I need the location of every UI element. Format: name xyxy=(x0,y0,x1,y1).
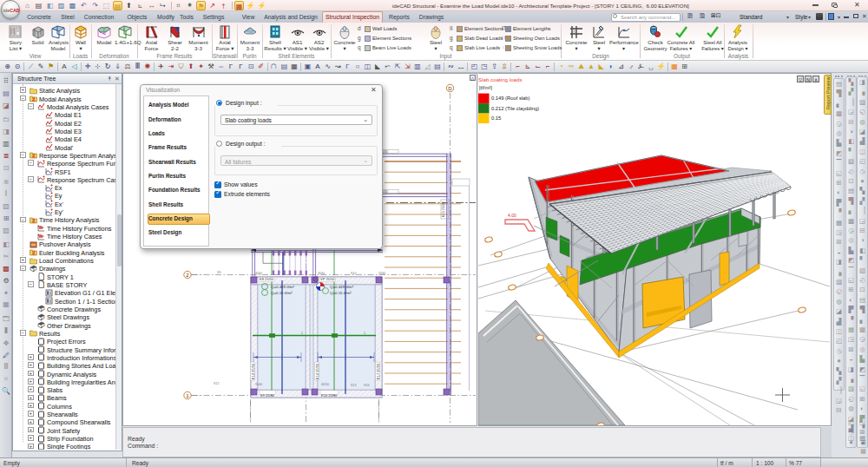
svg-text:Q=0.449 tf/m²: Q=0.449 tf/m² xyxy=(330,285,354,289)
svg-text:0.212 (Tile claydding): 0.212 (Tile claydding) xyxy=(491,106,539,111)
svg-text:Q=0.449 tf/m²: Q=0.449 tf/m² xyxy=(271,285,295,289)
svg-text:[tf/m²]: [tf/m²] xyxy=(479,85,492,90)
svg-text:40/50: 40/50 xyxy=(321,383,329,386)
svg-text:Slab coating loads: Slab coating loads xyxy=(478,76,523,82)
svg-text:S16: S16 xyxy=(364,384,369,387)
svg-text:D: D xyxy=(448,86,452,91)
svg-text:VP 25/50: VP 25/50 xyxy=(320,277,335,281)
svg-text:K14 25/50: K14 25/50 xyxy=(315,363,319,379)
svg-text:K9 25/50: K9 25/50 xyxy=(260,393,275,398)
svg-text:0.15: 0.15 xyxy=(491,115,501,121)
svg-text:K10 25/50: K10 25/50 xyxy=(321,393,338,398)
svg-text:1: 1 xyxy=(301,332,303,335)
svg-text:3040: 3040 xyxy=(318,272,325,275)
svg-text:S9: S9 xyxy=(217,271,220,274)
svg-text:S13: S13 xyxy=(351,384,356,387)
svg-text:0.149 (Roof slab): 0.149 (Roof slab) xyxy=(491,95,530,101)
svg-text:K8 25/50: K8 25/50 xyxy=(260,277,274,281)
svg-text:Q=0.15 tf/m²: Q=0.15 tf/m² xyxy=(330,291,352,295)
svg-text:K15 25/50: K15 25/50 xyxy=(442,202,445,217)
svg-text:K12 25/50: K12 25/50 xyxy=(251,363,255,379)
svg-text:S10: S10 xyxy=(351,272,356,275)
svg-text:2040: 2040 xyxy=(378,272,385,275)
svg-text:3040: 3040 xyxy=(255,383,262,386)
svg-text:K17 25/50: K17 25/50 xyxy=(376,363,380,379)
svg-text:4.00: 4.00 xyxy=(508,213,516,218)
svg-text:Q=0.15 tf/m²: Q=0.15 tf/m² xyxy=(271,291,293,295)
svg-text:3040: 3040 xyxy=(255,272,262,275)
svg-text:1: 1 xyxy=(364,332,365,335)
svg-text:S12: S12 xyxy=(214,382,219,385)
